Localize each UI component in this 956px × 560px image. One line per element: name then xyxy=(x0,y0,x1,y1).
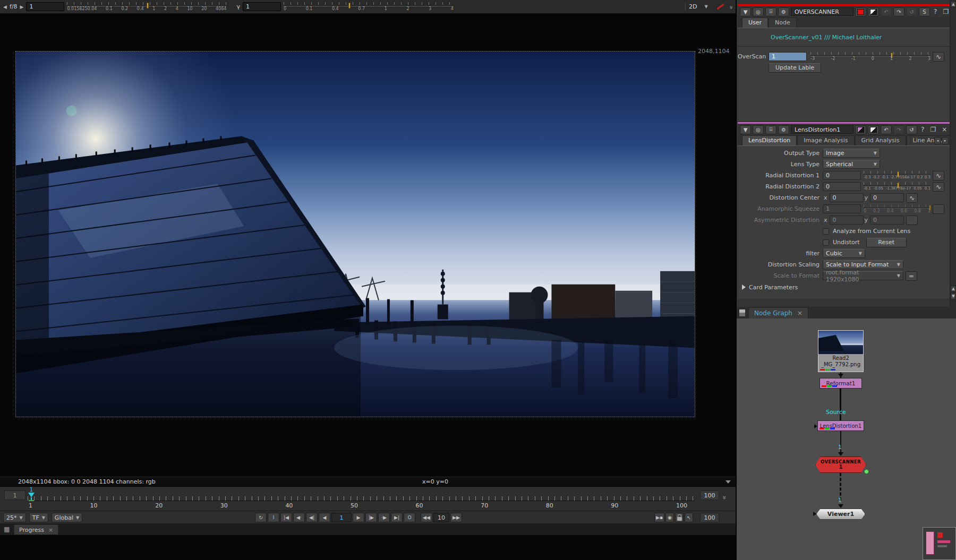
redo-button[interactable]: ↷ xyxy=(893,7,904,16)
skip-forward-button[interactable]: ▶▶ xyxy=(450,513,462,522)
equals-button[interactable]: = xyxy=(906,271,917,281)
timeline-in-field[interactable]: 1 xyxy=(4,490,25,500)
lock-range-button[interactable] xyxy=(675,513,684,522)
gain-input[interactable]: 1 xyxy=(26,2,64,11)
anamorphic-squeeze-input[interactable]: 1 xyxy=(823,204,861,213)
curve-editor-icon[interactable] xyxy=(933,204,944,214)
tab-user[interactable]: User xyxy=(742,18,768,28)
status-expand-triangle-icon[interactable] xyxy=(725,480,731,484)
gamma-slider[interactable]: 00.10.40.71234 xyxy=(284,1,454,13)
undistort-checkbox[interactable] xyxy=(823,239,829,246)
radial-distortion1-slider[interactable]: -0.3-0.2-0.1-2.77556e-170.20.3 xyxy=(864,170,931,182)
revert-button[interactable]: ↺ xyxy=(906,125,917,134)
floating-progress-window[interactable] xyxy=(923,527,956,560)
distortion-scaling-dropdown[interactable]: Scale to Input Format ▼ xyxy=(823,260,903,269)
minimize-triangle-icon[interactable]: ▼ xyxy=(740,125,751,134)
transport-button[interactable]: ▶ xyxy=(353,513,364,522)
node-overscanner[interactable]: OVERSCANNER 1 xyxy=(815,456,866,473)
node-lensdistortion1[interactable]: LensDistortion1 xyxy=(817,420,864,431)
transport-button[interactable]: ◀· xyxy=(293,513,305,522)
card-parameters-group[interactable]: Card Parameters xyxy=(738,281,950,293)
reset-button[interactable]: Reset xyxy=(866,238,907,247)
pane-menu-icon[interactable] xyxy=(739,309,745,316)
distortion-center-y-input[interactable]: 0 xyxy=(870,193,904,202)
view-mode-dropdown[interactable]: 2D ▼ xyxy=(685,3,711,10)
transport-button[interactable]: I xyxy=(268,513,279,522)
pointer-mode-button[interactable]: ↖ xyxy=(685,513,693,522)
render-button[interactable]: ◉ xyxy=(665,513,674,522)
timeline-lock-dropdown[interactable]: TF ▼ xyxy=(29,513,48,522)
tab-image-analysis[interactable]: Image Analysis xyxy=(797,135,854,145)
radial-distortion1-input[interactable]: 0 xyxy=(823,171,861,180)
close-icon[interactable]: × xyxy=(797,309,803,317)
timeline-options-chevrons-icon[interactable]: » xyxy=(721,496,729,499)
gl-color-swatch[interactable] xyxy=(868,125,879,134)
node-graph-canvas[interactable]: Source 1 1 Read2 _MG_7792.png Reformat1 xyxy=(737,318,956,560)
playback-end-frame-field[interactable]: 100 xyxy=(700,513,719,522)
asymmetric-distortion-y-input[interactable]: 0 xyxy=(870,216,904,225)
wrench-icon[interactable]: ⚙ xyxy=(778,7,789,16)
tab-node-graph[interactable]: Node Graph × xyxy=(748,307,808,318)
tab-scroll-left-icon[interactable]: ◂ xyxy=(934,137,941,144)
fstop-increase-arrow-icon[interactable]: ▶ xyxy=(20,4,24,10)
redo-button[interactable]: ↷ xyxy=(893,125,904,134)
transport-button[interactable]: ◀| xyxy=(306,513,318,522)
curve-editor-icon[interactable]: ∿ xyxy=(933,182,944,192)
update-label-button[interactable]: Update Lable xyxy=(769,63,821,73)
distortion-center-x-input[interactable]: 0 xyxy=(830,193,864,202)
gamma-input[interactable]: 1 xyxy=(243,2,281,11)
overscanner-credit-link[interactable]: OverScanner_v01 /// Michael Loithaler xyxy=(738,28,950,44)
overscan-slider[interactable]: -3-2-10123 xyxy=(810,51,931,63)
analyze-checkbox[interactable] xyxy=(823,228,829,235)
transport-button[interactable]: |◀ xyxy=(280,513,292,522)
help-button[interactable]: ? xyxy=(919,126,926,133)
gain-slider[interactable]: 0.0158250.040.10.20.412410204064 xyxy=(67,1,226,13)
timeline-playhead[interactable]: 1 xyxy=(28,487,35,501)
close-panel-button[interactable]: × xyxy=(940,126,949,133)
node-viewer1[interactable]: Viewer1 xyxy=(816,509,865,520)
node-color-swatch[interactable] xyxy=(855,125,866,134)
overscanner-node-name-field[interactable]: OVERSCANNER xyxy=(791,7,853,16)
revert-button[interactable]: ↺ xyxy=(906,7,917,16)
transport-button[interactable]: ↻ xyxy=(255,513,267,522)
help-button[interactable]: ? xyxy=(932,8,939,15)
wrench-icon[interactable]: ⚙ xyxy=(778,125,789,134)
monitor-out-icon[interactable]: ⌸ xyxy=(765,125,776,134)
center-node-icon[interactable]: ◎ xyxy=(753,125,764,134)
node-reformat1[interactable]: Reformat1 xyxy=(820,378,862,389)
lensdistortion-node-name-field[interactable]: LensDistortion1 xyxy=(791,125,853,134)
scroll-up-icon[interactable]: ▲ xyxy=(951,286,956,292)
close-icon[interactable]: × xyxy=(48,527,53,533)
timeline-ruler[interactable]: 1102030405060708090100 xyxy=(28,487,695,511)
current-frame-field[interactable]: 1 xyxy=(331,513,352,522)
node-color-swatch[interactable] xyxy=(855,7,866,16)
radial-distortion2-input[interactable]: 0 xyxy=(823,182,861,191)
filter-dropdown[interactable]: Cubic ▼ xyxy=(823,249,865,258)
frame-range-dropdown[interactable]: Global ▼ xyxy=(52,513,82,522)
asymmetric-distortion-x-input[interactable]: 0 xyxy=(830,216,864,225)
scroll-down-icon[interactable]: ▼ xyxy=(951,293,956,299)
overscan-input[interactable]: 1 xyxy=(769,52,807,61)
pane-menu-grid-icon[interactable]: ▦ xyxy=(4,525,10,533)
output-type-dropdown[interactable]: Image ▼ xyxy=(823,149,880,158)
float-panel-button[interactable]: ❐ xyxy=(928,126,938,133)
radial-distortion2-slider[interactable]: -0.1-0.05-1.38778e-170.050.1 xyxy=(864,181,931,193)
stylus-icon[interactable] xyxy=(716,4,724,10)
scroll-up-icon[interactable]: ▲ xyxy=(951,1,956,7)
tab-progress[interactable]: Progress × xyxy=(14,524,58,535)
curve-editor-icon[interactable]: ∿ xyxy=(933,52,944,62)
undo-button[interactable]: ↶ xyxy=(881,7,892,16)
transport-button[interactable]: |▶ xyxy=(365,513,377,522)
frame-rate-dropdown[interactable]: 25* ▼ xyxy=(3,513,26,522)
curve-editor-icon[interactable]: ∿ xyxy=(906,193,918,203)
properties-scrollbar[interactable]: ▲ ▲ ▼ xyxy=(950,0,956,307)
minimize-triangle-icon[interactable]: ▼ xyxy=(740,7,751,16)
scale-to-format-dropdown[interactable]: root.format 1920x1080 ▼ xyxy=(823,271,903,280)
collapse-chevrons-icon[interactable]: » xyxy=(727,5,735,8)
anamorphic-squeeze-slider[interactable]: 00.20.40.60.81 xyxy=(864,203,931,215)
undo-button[interactable]: ↶ xyxy=(881,125,892,134)
timeline-out-field[interactable]: 100 xyxy=(700,490,719,500)
transport-button[interactable]: O xyxy=(404,513,415,522)
center-node-icon[interactable]: ◎ xyxy=(753,7,764,16)
transport-button[interactable]: ◀ xyxy=(319,513,330,522)
